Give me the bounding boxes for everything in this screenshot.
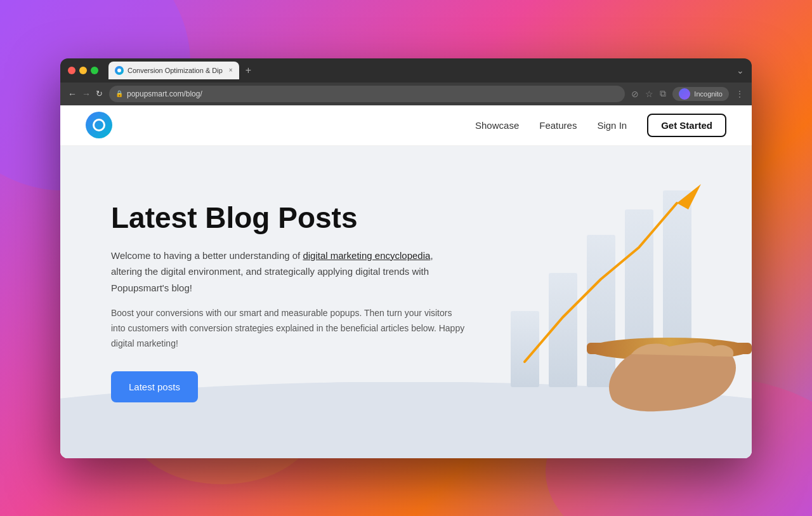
- address-bar-actions: ⊘ ☆ ⧉ Incognito ⋮: [631, 87, 744, 101]
- incognito-label: Incognito: [694, 90, 723, 98]
- nav-link-features[interactable]: Features: [539, 120, 577, 131]
- reload-button[interactable]: ↻: [96, 89, 103, 98]
- hero-description: Boost your conversions with our smart an…: [111, 306, 466, 351]
- hero-section: Latest Blog Posts Welcome to having a be…: [60, 146, 752, 458]
- nav-links: Showcase Features Sign In Get Started: [475, 114, 726, 137]
- active-tab[interactable]: Conversion Optimization & Dip ×: [108, 62, 239, 79]
- website-content: Showcase Features Sign In Get Started La…: [60, 105, 752, 458]
- nav-link-signin[interactable]: Sign In: [597, 120, 627, 131]
- nav-link-showcase[interactable]: Showcase: [475, 120, 519, 131]
- tab-title: Conversion Optimization & Dip: [128, 67, 223, 74]
- tabs-area: Conversion Optimization & Dip × + ⌄: [108, 62, 744, 79]
- tab-favicon: [115, 66, 124, 75]
- traffic-lights: [68, 67, 98, 74]
- hero-subtitle-text: Welcome to having a better understanding…: [111, 250, 303, 261]
- site-nav: Showcase Features Sign In Get Started: [60, 105, 752, 146]
- close-window-button[interactable]: [68, 67, 75, 74]
- chart-visualization: [492, 171, 733, 394]
- hero-image: [447, 146, 752, 458]
- incognito-avatar: [679, 88, 690, 100]
- back-button[interactable]: ←: [68, 89, 77, 98]
- browser-addressbar: ← → ↻ 🔒 popupsmart.com/blog/ ⊘ ☆ ⧉ Incog…: [60, 83, 752, 105]
- tab-close-button[interactable]: ×: [229, 67, 233, 74]
- site-logo[interactable]: [86, 112, 112, 138]
- hero-content: Latest Blog Posts Welcome to having a be…: [111, 201, 466, 403]
- bookmark-icon[interactable]: ☆: [645, 89, 653, 99]
- browser-window: Conversion Optimization & Dip × + ⌄ ← → …: [60, 58, 752, 458]
- hero-subtitle: Welcome to having a better understanding…: [111, 248, 466, 296]
- new-tab-button[interactable]: +: [242, 65, 255, 76]
- maximize-window-button[interactable]: [91, 67, 98, 74]
- logo-icon: [93, 119, 105, 131]
- hero-title: Latest Blog Posts: [111, 201, 466, 235]
- latest-posts-button[interactable]: Latest posts: [111, 371, 198, 402]
- nav-buttons: ← → ↻: [68, 89, 103, 98]
- hand-tray-svg: [580, 311, 752, 413]
- extensions-icon[interactable]: ⧉: [660, 88, 666, 99]
- forward-button[interactable]: →: [82, 89, 91, 98]
- cast-icon[interactable]: ⊘: [631, 89, 639, 99]
- hero-subtitle-link[interactable]: digital marketing encyclopedia: [303, 250, 430, 261]
- url-bar[interactable]: 🔒 popupsmart.com/blog/: [109, 86, 625, 102]
- incognito-badge: Incognito: [672, 87, 729, 101]
- get-started-button[interactable]: Get Started: [647, 114, 726, 137]
- more-menu-button[interactable]: ⋮: [735, 89, 744, 99]
- tabs-menu-button[interactable]: ⌄: [737, 65, 744, 76]
- lock-icon: 🔒: [115, 90, 123, 97]
- url-text: popupsmart.com/blog/: [127, 89, 202, 98]
- browser-titlebar: Conversion Optimization & Dip × + ⌄: [60, 58, 752, 83]
- minimize-window-button[interactable]: [79, 67, 87, 74]
